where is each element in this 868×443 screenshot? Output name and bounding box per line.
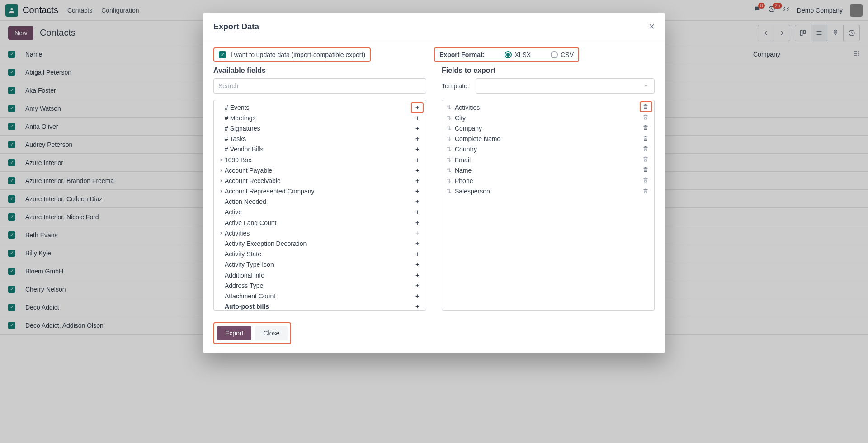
- add-field-icon[interactable]: +: [413, 167, 421, 174]
- highlight-remove-icon: [640, 101, 652, 112]
- available-field-row[interactable]: Action Needed +: [214, 197, 426, 207]
- add-field-icon[interactable]: +: [413, 177, 421, 184]
- available-field-row[interactable]: Auto-post bills +: [214, 302, 426, 311]
- remove-field-icon[interactable]: [642, 114, 650, 122]
- drag-handle-icon[interactable]: ⇅: [447, 188, 451, 194]
- expand-icon[interactable]: [218, 177, 224, 184]
- fields-to-export-title: Fields to export: [442, 66, 655, 75]
- add-field-icon[interactable]: +: [413, 303, 421, 310]
- expand-icon[interactable]: [218, 167, 224, 174]
- radio-csv[interactable]: CSV: [551, 51, 574, 58]
- drag-handle-icon[interactable]: ⇅: [447, 136, 451, 142]
- field-label: Activities: [225, 230, 413, 237]
- export-field-row[interactable]: ⇅ Activities: [442, 102, 654, 113]
- field-label: Account Payable: [225, 167, 413, 174]
- available-field-row[interactable]: Account Receivable +: [214, 175, 426, 186]
- drag-handle-icon[interactable]: ⇅: [447, 115, 451, 121]
- add-field-icon[interactable]: +: [413, 156, 421, 164]
- export-field-row[interactable]: ⇅ Name: [442, 165, 654, 175]
- available-field-row[interactable]: Activity Type Icon +: [214, 259, 426, 270]
- available-field-row[interactable]: Additional info +: [214, 270, 426, 280]
- drag-handle-icon[interactable]: ⇅: [447, 167, 451, 174]
- drag-handle-icon[interactable]: ⇅: [447, 146, 451, 152]
- add-field-icon[interactable]: +: [413, 272, 421, 279]
- field-label: Active: [225, 208, 413, 216]
- remove-field-icon[interactable]: [642, 156, 650, 164]
- drag-handle-icon[interactable]: ⇅: [447, 125, 451, 132]
- template-select[interactable]: [476, 78, 655, 94]
- expand-icon[interactable]: [218, 188, 224, 195]
- drag-handle-icon[interactable]: ⇅: [447, 178, 451, 184]
- add-field-icon[interactable]: +: [413, 114, 421, 122]
- export-field-row[interactable]: ⇅ Phone: [442, 175, 654, 186]
- available-field-row[interactable]: Active Lang Count +: [214, 217, 426, 228]
- add-field-icon[interactable]: +: [413, 208, 421, 216]
- export-field-row[interactable]: ⇅ Country: [442, 144, 654, 155]
- export-field-row[interactable]: ⇅ City: [442, 113, 654, 123]
- export-field-row[interactable]: ⇅ Complete Name: [442, 134, 654, 144]
- available-field-row[interactable]: # Tasks +: [214, 134, 426, 144]
- close-button[interactable]: Close: [255, 326, 288, 340]
- expand-icon[interactable]: [218, 156, 224, 164]
- available-field-row[interactable]: # Vendor Bills +: [214, 144, 426, 155]
- search-input[interactable]: [213, 78, 426, 94]
- remove-field-icon[interactable]: [642, 135, 650, 143]
- radio-xlsx[interactable]: XLSX: [505, 51, 531, 58]
- export-field-label: Company: [455, 125, 642, 132]
- available-field-row[interactable]: Activities +: [214, 228, 426, 238]
- add-field-icon[interactable]: +: [413, 292, 421, 300]
- available-field-row[interactable]: Activity State +: [214, 249, 426, 259]
- available-field-row[interactable]: Account Represented Company +: [214, 186, 426, 197]
- export-field-row[interactable]: ⇅ Email: [442, 155, 654, 165]
- available-field-row[interactable]: Address Type +: [214, 280, 426, 291]
- export-field-label: Complete Name: [455, 135, 642, 142]
- field-label: Active Lang Count: [225, 219, 413, 226]
- field-label: Additional info: [225, 272, 413, 279]
- remove-field-icon[interactable]: [642, 188, 650, 195]
- remove-field-icon[interactable]: [642, 146, 650, 153]
- export-field-label: Email: [455, 156, 642, 164]
- chevron-down-icon: [643, 83, 649, 89]
- update-data-option: ✓ I want to update data (import-compatib…: [213, 47, 371, 62]
- field-label: Account Receivable: [225, 177, 413, 184]
- available-field-row[interactable]: Active +: [214, 207, 426, 217]
- add-field-icon[interactable]: +: [413, 219, 421, 226]
- template-label: Template:: [442, 82, 469, 90]
- add-field-icon[interactable]: +: [413, 250, 421, 258]
- add-field-icon[interactable]: +: [413, 125, 421, 132]
- export-field-row[interactable]: ⇅ Company: [442, 123, 654, 133]
- remove-field-icon[interactable]: [642, 177, 650, 184]
- export-format-group: Export Format: XLSX CSV: [434, 47, 579, 62]
- available-field-row[interactable]: # Events +: [214, 102, 426, 113]
- remove-field-icon[interactable]: [642, 124, 650, 132]
- available-field-row[interactable]: # Signatures +: [214, 123, 426, 133]
- add-field-icon[interactable]: +: [413, 146, 421, 153]
- field-label: Account Represented Company: [225, 188, 413, 195]
- export-button[interactable]: Export: [217, 326, 251, 340]
- add-field-icon[interactable]: +: [413, 198, 421, 205]
- export-field-label: City: [455, 114, 642, 122]
- drag-handle-icon[interactable]: ⇅: [447, 104, 451, 111]
- add-field-icon[interactable]: +: [413, 282, 421, 289]
- expand-icon[interactable]: [218, 230, 224, 237]
- export-field-row[interactable]: ⇅ Salesperson: [442, 186, 654, 197]
- add-field-icon[interactable]: +: [413, 188, 421, 195]
- available-field-row[interactable]: Attachment Count +: [214, 291, 426, 301]
- add-field-icon[interactable]: +: [413, 230, 421, 237]
- update-data-checkbox[interactable]: ✓: [219, 51, 226, 58]
- add-field-icon[interactable]: +: [413, 240, 421, 247]
- field-label: Auto-post bills: [225, 303, 413, 310]
- remove-field-icon[interactable]: [642, 166, 650, 174]
- update-data-label[interactable]: I want to update data (import-compatible…: [231, 51, 365, 58]
- available-field-row[interactable]: 1099 Box +: [214, 155, 426, 165]
- drag-handle-icon[interactable]: ⇅: [447, 157, 451, 163]
- add-field-icon[interactable]: +: [413, 261, 421, 268]
- add-field-icon[interactable]: +: [413, 135, 421, 142]
- field-label: 1099 Box: [225, 156, 413, 164]
- export-field-label: Country: [455, 146, 642, 153]
- available-field-row[interactable]: Activity Exception Decoration +: [214, 238, 426, 249]
- available-field-row[interactable]: # Meetings +: [214, 113, 426, 123]
- available-field-row[interactable]: Account Payable +: [214, 165, 426, 175]
- export-field-label: Phone: [455, 177, 642, 184]
- close-icon[interactable]: ×: [649, 21, 655, 33]
